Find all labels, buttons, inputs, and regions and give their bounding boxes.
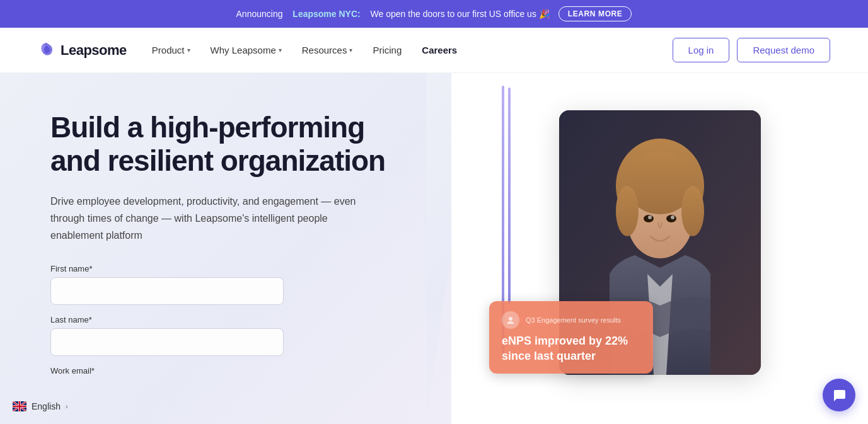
svg-point-11 — [509, 317, 512, 321]
flag-icon — [13, 401, 26, 411]
language-selector[interactable]: English › — [13, 401, 68, 411]
request-demo-button[interactable]: Request demo — [737, 38, 830, 62]
notification-main-text: eNPS improved by 22% since last quarter — [502, 334, 640, 364]
announcement-bar: Announcing Leapsome NYC: We open the doo… — [0, 0, 868, 28]
nav-actions: Log in Request demo — [673, 38, 830, 62]
language-label: English — [32, 401, 61, 411]
first-name-label: First name* — [50, 264, 414, 273]
resources-chevron-icon: ▾ — [349, 47, 352, 54]
announcement-highlight: Leapsome NYC: — [292, 9, 360, 19]
navbar: Leapsome Product ▾ Why Leapsome ▾ Resour… — [0, 28, 868, 73]
svg-point-6 — [681, 186, 704, 236]
chat-button[interactable] — [823, 379, 855, 411]
learn-more-button[interactable]: LEARN MORE — [558, 6, 632, 21]
hero-left: Build a high-performing and resilient or… — [0, 73, 451, 424]
svg-point-10 — [671, 215, 674, 219]
work-email-label: Work email* — [50, 366, 414, 375]
logo-text: Leapsome — [61, 42, 127, 59]
nav-pricing[interactable]: Pricing — [373, 45, 402, 55]
nav-resources[interactable]: Resources ▾ — [302, 45, 353, 55]
chat-icon — [831, 387, 847, 403]
logo[interactable]: Leapsome — [38, 42, 127, 59]
hero-right: Q3 Engagement survey results eNPS improv… — [451, 73, 868, 424]
accent-line-2 — [508, 88, 511, 304]
hero-title: Build a high-performing and resilient or… — [50, 111, 391, 178]
first-name-input[interactable] — [50, 277, 284, 305]
first-name-field: First name* — [50, 264, 414, 305]
nav-careers[interactable]: Careers — [422, 45, 457, 55]
notification-card: Q3 Engagement survey results eNPS improv… — [489, 301, 653, 374]
notification-survey-label: Q3 Engagement survey results — [526, 316, 621, 324]
last-name-field: Last name* — [50, 315, 414, 356]
product-chevron-icon: ▾ — [187, 47, 190, 54]
notification-header: Q3 Engagement survey results — [502, 311, 640, 329]
notification-avatar — [502, 311, 519, 329]
work-email-field: Work email* — [50, 366, 414, 379]
login-button[interactable]: Log in — [673, 38, 730, 62]
hero-subtitle: Drive employee development, productivity… — [50, 193, 366, 244]
hero-section: Build a high-performing and resilient or… — [0, 73, 868, 424]
language-chevron-icon: › — [66, 403, 68, 410]
last-name-label: Last name* — [50, 315, 414, 324]
nav-why-leapsome[interactable]: Why Leapsome ▾ — [211, 45, 282, 55]
svg-point-5 — [616, 186, 639, 236]
announcement-text: We open the doors to our first US office… — [371, 9, 550, 19]
nav-product[interactable]: Product ▾ — [152, 45, 190, 55]
logo-icon — [38, 42, 55, 59]
svg-point-9 — [648, 215, 652, 219]
nav-links: Product ▾ Why Leapsome ▾ Resources ▾ Pri… — [152, 45, 673, 55]
announcement-prefix: Announcing — [236, 9, 283, 19]
last-name-input[interactable] — [50, 328, 284, 356]
why-chevron-icon: ▾ — [279, 47, 282, 54]
flag-svg — [13, 401, 26, 411]
